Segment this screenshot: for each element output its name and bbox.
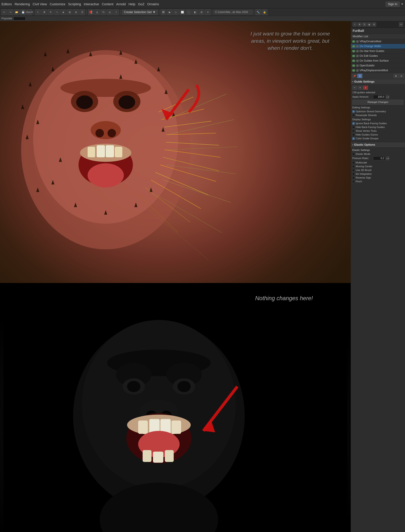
tool7[interactable]: ☰ <box>79 9 85 15</box>
resample-strands-checkbox[interactable] <box>352 114 355 117</box>
color-guide-groups-checkbox[interactable] <box>352 137 355 140</box>
menu-editors[interactable]: Editors <box>1 2 12 6</box>
tool6[interactable]: ⊕ <box>73 9 79 15</box>
guide-settings-section-header[interactable]: ▾ Guide Settings <box>351 79 405 84</box>
menu-ornatrix[interactable]: Ornatrix <box>147 2 159 6</box>
eye-oxeditguides[interactable]: 👁 <box>352 55 355 57</box>
panel-tool-delete[interactable]: 🗑 <box>393 74 398 78</box>
eye-oxhairfromguides[interactable]: 👁 <box>352 50 355 52</box>
modifier-item-oxhairfromguides[interactable]: 👁 □ Ox Hair from Guides <box>351 49 405 53</box>
tool5[interactable]: ⊞ <box>67 9 73 15</box>
create-selection-set-button[interactable]: Create Selection Set ▼ <box>122 10 158 15</box>
panel-close-icon[interactable]: ✕ <box>399 22 403 27</box>
redo-button[interactable]: ↪ <box>7 9 13 15</box>
panel-icon-2[interactable]: ✥ <box>358 22 362 27</box>
elastic-options-section-header[interactable]: ▾ Elastic Options <box>351 142 405 147</box>
render-btn7[interactable]: ⊞ <box>199 9 204 15</box>
retarget-changes-button[interactable]: Retarget Changes <box>352 100 404 105</box>
render-btn3[interactable]: ▷ <box>173 9 179 15</box>
modifier-item-oxguidesfromsurface[interactable]: 👁 □ Ox Guides from Surface <box>351 58 405 63</box>
elastic-mode-checkbox[interactable] <box>352 153 355 155</box>
eye-vraydisplacement[interactable]: 👁 <box>352 69 355 72</box>
open-button[interactable]: 📂 <box>14 9 20 15</box>
scale-tool[interactable]: ⤡ <box>54 9 60 15</box>
panel-icon-5[interactable]: ⚙ <box>372 22 376 27</box>
poisson-ratio-input[interactable] <box>373 156 385 160</box>
render-btn1[interactable]: 🖼 <box>161 9 166 15</box>
menu-goz[interactable]: GoZ <box>138 2 144 6</box>
modifier-item-opensubdiv[interactable]: 👁 □ OpenSubdiv <box>351 63 405 68</box>
menu-customize[interactable]: Customize <box>50 2 65 6</box>
multiscale-checkbox[interactable] <box>352 161 355 164</box>
vis-oxeditguides[interactable]: □ <box>356 55 359 57</box>
ignore-back-facing-checkbox[interactable] <box>352 122 355 125</box>
show-vertex-ticks-checkbox[interactable] <box>352 130 355 132</box>
render-btn2[interactable]: ▶ <box>167 9 173 15</box>
key-mode[interactable]: ⌗ <box>113 9 119 15</box>
angle-snap[interactable]: ∡ <box>94 9 100 15</box>
view-button[interactable]: View ▼ <box>27 9 32 15</box>
reverse-sign-checkbox[interactable] <box>352 177 355 179</box>
eye-oxguidesfromsurface[interactable]: 👁 <box>352 60 355 62</box>
cursor-tool[interactable]: ↖ <box>35 9 41 15</box>
eye-vrayornatrix[interactable]: 👁 <box>352 40 355 43</box>
select-tool[interactable]: ◈ <box>61 9 66 15</box>
panel-icon-4[interactable]: ◉ <box>367 22 371 27</box>
menu-content[interactable]: Content <box>102 2 113 6</box>
extra-btn2[interactable]: 🔒 <box>262 9 267 15</box>
render-btn6[interactable]: ◧ <box>192 9 198 15</box>
undo-button[interactable]: ↩ <box>1 9 7 15</box>
hide-guides-gizmo-checkbox[interactable] <box>352 133 355 136</box>
vis-opensubdiv[interactable]: □ <box>356 64 359 67</box>
panel-tool-active[interactable]: ☰ <box>358 74 362 78</box>
move-tool[interactable]: ✥ <box>41 9 47 15</box>
render-btn4[interactable]: ⬜ <box>180 9 185 15</box>
modifier-item-oxeditguides[interactable]: 👁 □ Ox Edit Guides <box>351 53 405 58</box>
extra-btn1[interactable]: 🔧 <box>255 9 261 15</box>
sign-in-button[interactable]: Sign In <box>386 2 399 7</box>
apply-amount-spinner[interactable]: ▲▼ <box>386 95 389 99</box>
poisson-ratio-label: Poisson Ratio: <box>352 157 372 160</box>
modifier-item-oxchangewidth[interactable]: 👁 □ Ox Change Width <box>351 44 405 49</box>
menu-civil-view[interactable]: Civil View <box>33 2 47 6</box>
moving-center-checkbox[interactable] <box>352 165 355 168</box>
percent-snap[interactable]: % <box>101 9 106 15</box>
panel-tool-copy[interactable]: ⧉ <box>399 74 404 78</box>
vis-vrayornatrix[interactable]: □ <box>356 40 359 43</box>
hide-back-facing-checkbox[interactable] <box>352 126 355 128</box>
menu-interactive[interactable]: Interactive <box>84 2 99 6</box>
guide-btn-2[interactable]: ✦ <box>358 86 363 90</box>
ikk-integration-checkbox[interactable] <box>352 173 355 175</box>
guide-btn-3[interactable]: ● <box>363 86 368 90</box>
vis-oxhairfromguides[interactable]: □ <box>356 50 359 52</box>
modifier-item-vraydisplacement[interactable]: 👁 □ VRayDisplacementMod <box>351 68 405 73</box>
panel-icon-3[interactable]: ☰ <box>362 22 366 27</box>
use-3d-brush-checkbox[interactable] <box>352 169 355 172</box>
populate-input[interactable] <box>14 17 26 20</box>
snap-toggle[interactable]: 🧲 <box>88 9 94 15</box>
optimize-strand-checkbox[interactable] <box>352 110 355 113</box>
menu-help[interactable]: Help <box>128 2 135 6</box>
render-btn5[interactable]: ⬛ <box>186 9 192 15</box>
menu-arnold[interactable]: Arnold <box>116 2 126 6</box>
apply-amount-input[interactable] <box>373 95 385 99</box>
eye-oxchangewidth[interactable]: 👁 <box>352 45 355 47</box>
vis-oxguidesfromsurface[interactable]: □ <box>356 60 359 62</box>
pinch-checkbox[interactable] <box>352 180 355 183</box>
panel-icon-1[interactable]: + <box>353 22 357 27</box>
rotate-tool[interactable]: ↻ <box>48 9 54 15</box>
viewport-top[interactable]: I just want to grow the hair in some are… <box>0 21 351 283</box>
save-button[interactable]: 💾 <box>20 9 26 15</box>
menu-scripting[interactable]: Scripting <box>68 2 81 6</box>
vis-oxchangewidth[interactable]: □ <box>356 45 359 47</box>
panel-tool-pin[interactable]: 📌 <box>352 74 357 78</box>
render-btn8[interactable]: ✦ <box>205 9 211 15</box>
spinner-snap[interactable]: ◎ <box>107 9 113 15</box>
viewport-bottom[interactable]: Nothing changes here! <box>0 283 351 532</box>
guide-btn-1[interactable]: ✂ <box>352 86 357 90</box>
eye-opensubdiv[interactable]: 👁 <box>352 64 355 67</box>
poisson-ratio-spinner[interactable]: ▲▼ <box>386 157 389 160</box>
menu-rendering[interactable]: Rendering <box>14 2 30 6</box>
vis-vraydisplacement[interactable]: □ <box>356 69 359 72</box>
modifier-item-vrayornatrix[interactable]: 👁 □ VRayOrnatrixMod <box>351 39 405 44</box>
